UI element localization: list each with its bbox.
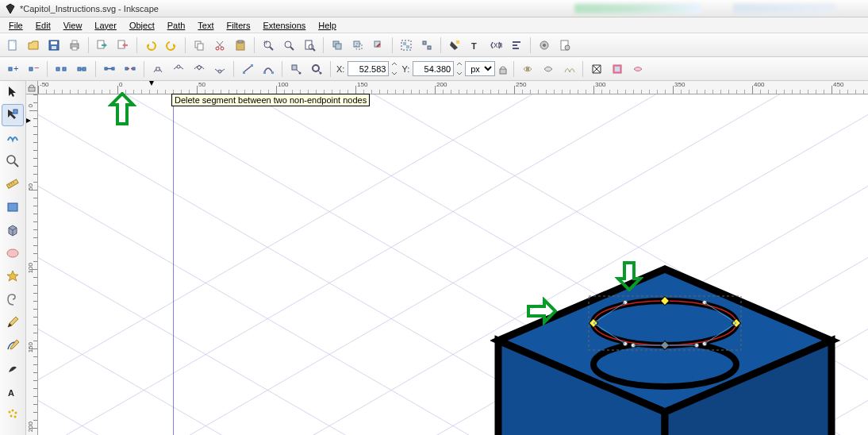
stroke-to-path-button[interactable] [307,60,326,79]
export-button[interactable] [113,36,133,55]
menu-view[interactable]: View [58,19,88,32]
annotation-arrow-toolbar [108,92,136,127]
segment-line-button[interactable] [238,60,257,79]
zoom-selection-button[interactable] [259,36,278,55]
zoom-drawing-button[interactable] [279,36,298,55]
xml-editor-button[interactable]: xml [486,36,505,55]
zoom-page-button[interactable] [300,36,319,55]
menu-file[interactable]: File [3,19,29,32]
svg-point-17 [285,41,291,48]
svg-rect-3 [52,46,56,49]
text-dialog-button[interactable]: T [466,36,485,55]
toolbox: A [0,81,26,435]
save-doc-button[interactable] [44,36,63,55]
box3d-tool[interactable] [2,219,24,241]
y-coord-label: Y: [400,64,411,74]
redo-button[interactable] [162,36,181,55]
spray-tool[interactable] [2,403,24,425]
menu-edit[interactable]: Edit [30,19,56,32]
node-tool[interactable] [2,104,24,126]
open-doc-button[interactable] [24,36,43,55]
ruler-vertical[interactable]: 050100150200 [26,94,38,435]
star-tool[interactable] [2,265,24,287]
new-doc-button[interactable] [3,36,22,55]
svg-point-39 [565,45,570,50]
svg-rect-28 [423,41,426,44]
app-icon [5,3,16,14]
svg-point-53 [177,65,180,68]
lock-icon[interactable] [497,63,509,75]
svg-rect-26 [403,42,406,45]
unlink-clone-button[interactable] [369,36,388,55]
node-auto-button[interactable] [210,60,229,79]
break-node-button[interactable] [52,60,71,79]
x-spinner[interactable] [390,61,398,76]
tweak-tool[interactable] [2,127,24,149]
ruler-corner[interactable] [26,81,38,94]
object-to-path-button[interactable] [286,60,305,79]
menu-object[interactable]: Object [124,19,160,32]
align-dialog-button[interactable] [507,36,526,55]
svg-rect-58 [263,71,266,74]
menu-path[interactable]: Path [162,19,191,32]
menu-help[interactable]: Help [313,19,342,32]
menu-layer[interactable]: Layer [89,19,122,32]
edit-clip-button[interactable] [518,60,537,79]
delete-node-button[interactable]: − [24,60,43,79]
show-handles-button[interactable] [587,60,606,79]
pencil-tool[interactable] [2,311,24,333]
y-coord-input[interactable] [413,61,454,76]
svg-rect-64 [500,69,506,74]
svg-point-37 [543,44,546,47]
show-transform-button[interactable] [628,60,647,79]
join-nodes-button[interactable] [72,60,91,79]
cut-button[interactable] [210,36,229,55]
node-smooth-button[interactable] [169,60,188,79]
document-properties-button[interactable] [555,36,574,55]
tool-controls-bar: + − X: Y: px [0,57,868,81]
vertical-guide[interactable] [173,94,174,435]
insert-node-button[interactable]: + [3,60,22,79]
node-cusp-button[interactable] [148,60,167,79]
y-spinner[interactable] [455,61,463,76]
bezier-tool[interactable] [2,334,24,356]
svg-rect-59 [271,71,274,74]
next-path-effect-button[interactable] [559,60,578,79]
svg-rect-82 [29,87,35,91]
calligraphy-tool[interactable] [2,357,24,379]
copy-button[interactable] [190,36,209,55]
join-segment-button[interactable] [100,60,119,79]
clone-button[interactable] [348,36,367,55]
menu-extensions[interactable]: Extensions [257,19,311,32]
group-button[interactable] [397,36,416,55]
fill-stroke-dialog-button[interactable] [445,36,464,55]
node-symmetric-button[interactable] [190,60,209,79]
edit-mask-button[interactable] [539,60,558,79]
menu-text[interactable]: Text [192,19,219,32]
segment-curve-button[interactable] [259,60,278,79]
rect-tool[interactable] [2,196,24,218]
ellipse-tool[interactable] [2,242,24,264]
ruler-horizontal[interactable]: -50050100150200250300350400450 [38,81,868,94]
canvas-drawing[interactable] [490,261,868,435]
print-button[interactable] [65,36,84,55]
paste-button[interactable] [231,36,250,55]
duplicate-button[interactable] [328,36,347,55]
annotation-arrow-top-node [615,260,643,291]
measure-tool[interactable] [2,173,24,195]
text-tool[interactable]: A [2,380,24,402]
show-outline-button[interactable] [608,60,627,79]
canvas[interactable] [38,94,868,435]
zoom-tool[interactable] [2,150,24,172]
spiral-tool[interactable] [2,288,24,310]
import-button[interactable] [93,36,112,55]
menu-filters[interactable]: Filters [221,19,256,32]
x-coord-label: X: [335,64,346,74]
unit-combo[interactable]: px [465,61,495,76]
ungroup-button[interactable] [417,36,436,55]
delete-segment-button[interactable] [121,60,140,79]
undo-button[interactable] [141,36,160,55]
selector-tool[interactable] [2,81,24,103]
x-coord-input[interactable] [348,61,389,76]
preferences-button[interactable] [535,36,554,55]
